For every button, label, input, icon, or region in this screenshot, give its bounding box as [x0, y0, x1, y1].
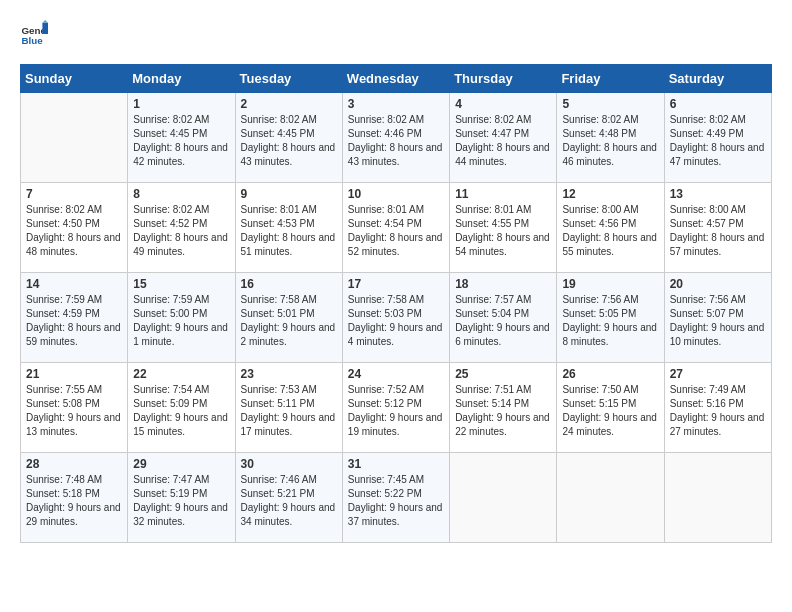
day-info: Sunrise: 7:58 AMSunset: 5:01 PMDaylight:…	[241, 293, 337, 349]
calendar-cell: 24 Sunrise: 7:52 AMSunset: 5:12 PMDaylig…	[342, 363, 449, 453]
page-header: General Blue	[20, 20, 772, 48]
calendar-cell: 23 Sunrise: 7:53 AMSunset: 5:11 PMDaylig…	[235, 363, 342, 453]
calendar-cell: 14 Sunrise: 7:59 AMSunset: 4:59 PMDaylig…	[21, 273, 128, 363]
calendar-cell: 5 Sunrise: 8:02 AMSunset: 4:48 PMDayligh…	[557, 93, 664, 183]
calendar-table: SundayMondayTuesdayWednesdayThursdayFrid…	[20, 64, 772, 543]
day-number: 31	[348, 457, 444, 471]
day-info: Sunrise: 8:02 AMSunset: 4:46 PMDaylight:…	[348, 113, 444, 169]
day-info: Sunrise: 8:02 AMSunset: 4:52 PMDaylight:…	[133, 203, 229, 259]
logo-icon: General Blue	[20, 20, 48, 48]
day-number: 13	[670, 187, 766, 201]
day-number: 30	[241, 457, 337, 471]
calendar-cell: 13 Sunrise: 8:00 AMSunset: 4:57 PMDaylig…	[664, 183, 771, 273]
day-info: Sunrise: 7:46 AMSunset: 5:21 PMDaylight:…	[241, 473, 337, 529]
day-number: 11	[455, 187, 551, 201]
calendar-cell: 21 Sunrise: 7:55 AMSunset: 5:08 PMDaylig…	[21, 363, 128, 453]
day-info: Sunrise: 8:02 AMSunset: 4:49 PMDaylight:…	[670, 113, 766, 169]
logo: General Blue	[20, 20, 52, 48]
calendar-cell: 1 Sunrise: 8:02 AMSunset: 4:45 PMDayligh…	[128, 93, 235, 183]
day-number: 17	[348, 277, 444, 291]
day-number: 26	[562, 367, 658, 381]
day-number: 25	[455, 367, 551, 381]
day-info: Sunrise: 7:49 AMSunset: 5:16 PMDaylight:…	[670, 383, 766, 439]
day-number: 5	[562, 97, 658, 111]
day-number: 7	[26, 187, 122, 201]
day-info: Sunrise: 7:57 AMSunset: 5:04 PMDaylight:…	[455, 293, 551, 349]
day-number: 20	[670, 277, 766, 291]
calendar-cell: 2 Sunrise: 8:02 AMSunset: 4:45 PMDayligh…	[235, 93, 342, 183]
calendar-cell: 15 Sunrise: 7:59 AMSunset: 5:00 PMDaylig…	[128, 273, 235, 363]
calendar-cell: 7 Sunrise: 8:02 AMSunset: 4:50 PMDayligh…	[21, 183, 128, 273]
svg-marker-2	[42, 23, 48, 34]
day-number: 18	[455, 277, 551, 291]
day-info: Sunrise: 8:01 AMSunset: 4:53 PMDaylight:…	[241, 203, 337, 259]
day-number: 16	[241, 277, 337, 291]
day-number: 19	[562, 277, 658, 291]
weekday-header-friday: Friday	[557, 65, 664, 93]
day-info: Sunrise: 7:48 AMSunset: 5:18 PMDaylight:…	[26, 473, 122, 529]
day-number: 24	[348, 367, 444, 381]
day-info: Sunrise: 8:02 AMSunset: 4:48 PMDaylight:…	[562, 113, 658, 169]
day-number: 28	[26, 457, 122, 471]
calendar-cell: 26 Sunrise: 7:50 AMSunset: 5:15 PMDaylig…	[557, 363, 664, 453]
day-info: Sunrise: 7:52 AMSunset: 5:12 PMDaylight:…	[348, 383, 444, 439]
day-number: 3	[348, 97, 444, 111]
day-number: 9	[241, 187, 337, 201]
calendar-cell: 11 Sunrise: 8:01 AMSunset: 4:55 PMDaylig…	[450, 183, 557, 273]
weekday-header-wednesday: Wednesday	[342, 65, 449, 93]
calendar-cell: 28 Sunrise: 7:48 AMSunset: 5:18 PMDaylig…	[21, 453, 128, 543]
day-number: 2	[241, 97, 337, 111]
day-info: Sunrise: 7:51 AMSunset: 5:14 PMDaylight:…	[455, 383, 551, 439]
calendar-cell	[664, 453, 771, 543]
calendar-cell: 16 Sunrise: 7:58 AMSunset: 5:01 PMDaylig…	[235, 273, 342, 363]
day-number: 4	[455, 97, 551, 111]
day-info: Sunrise: 8:00 AMSunset: 4:57 PMDaylight:…	[670, 203, 766, 259]
day-info: Sunrise: 8:02 AMSunset: 4:45 PMDaylight:…	[133, 113, 229, 169]
day-number: 1	[133, 97, 229, 111]
day-info: Sunrise: 7:59 AMSunset: 4:59 PMDaylight:…	[26, 293, 122, 349]
day-number: 6	[670, 97, 766, 111]
day-info: Sunrise: 7:45 AMSunset: 5:22 PMDaylight:…	[348, 473, 444, 529]
calendar-cell: 6 Sunrise: 8:02 AMSunset: 4:49 PMDayligh…	[664, 93, 771, 183]
day-number: 10	[348, 187, 444, 201]
calendar-cell: 18 Sunrise: 7:57 AMSunset: 5:04 PMDaylig…	[450, 273, 557, 363]
weekday-header-tuesday: Tuesday	[235, 65, 342, 93]
calendar-cell: 31 Sunrise: 7:45 AMSunset: 5:22 PMDaylig…	[342, 453, 449, 543]
calendar-cell: 22 Sunrise: 7:54 AMSunset: 5:09 PMDaylig…	[128, 363, 235, 453]
day-info: Sunrise: 7:50 AMSunset: 5:15 PMDaylight:…	[562, 383, 658, 439]
calendar-cell: 27 Sunrise: 7:49 AMSunset: 5:16 PMDaylig…	[664, 363, 771, 453]
calendar-cell: 4 Sunrise: 8:02 AMSunset: 4:47 PMDayligh…	[450, 93, 557, 183]
calendar-cell: 20 Sunrise: 7:56 AMSunset: 5:07 PMDaylig…	[664, 273, 771, 363]
calendar-cell: 10 Sunrise: 8:01 AMSunset: 4:54 PMDaylig…	[342, 183, 449, 273]
calendar-cell: 30 Sunrise: 7:46 AMSunset: 5:21 PMDaylig…	[235, 453, 342, 543]
calendar-cell: 9 Sunrise: 8:01 AMSunset: 4:53 PMDayligh…	[235, 183, 342, 273]
day-info: Sunrise: 7:53 AMSunset: 5:11 PMDaylight:…	[241, 383, 337, 439]
day-number: 8	[133, 187, 229, 201]
day-info: Sunrise: 8:02 AMSunset: 4:50 PMDaylight:…	[26, 203, 122, 259]
calendar-cell	[21, 93, 128, 183]
day-number: 15	[133, 277, 229, 291]
day-info: Sunrise: 8:01 AMSunset: 4:54 PMDaylight:…	[348, 203, 444, 259]
weekday-header-monday: Monday	[128, 65, 235, 93]
calendar-cell	[450, 453, 557, 543]
calendar-cell: 3 Sunrise: 8:02 AMSunset: 4:46 PMDayligh…	[342, 93, 449, 183]
calendar-cell: 12 Sunrise: 8:00 AMSunset: 4:56 PMDaylig…	[557, 183, 664, 273]
day-number: 27	[670, 367, 766, 381]
day-number: 23	[241, 367, 337, 381]
svg-text:Blue: Blue	[21, 35, 43, 46]
day-info: Sunrise: 7:59 AMSunset: 5:00 PMDaylight:…	[133, 293, 229, 349]
day-number: 21	[26, 367, 122, 381]
calendar-cell: 25 Sunrise: 7:51 AMSunset: 5:14 PMDaylig…	[450, 363, 557, 453]
day-number: 22	[133, 367, 229, 381]
day-info: Sunrise: 7:54 AMSunset: 5:09 PMDaylight:…	[133, 383, 229, 439]
day-number: 14	[26, 277, 122, 291]
calendar-cell: 19 Sunrise: 7:56 AMSunset: 5:05 PMDaylig…	[557, 273, 664, 363]
day-info: Sunrise: 8:01 AMSunset: 4:55 PMDaylight:…	[455, 203, 551, 259]
day-info: Sunrise: 7:56 AMSunset: 5:05 PMDaylight:…	[562, 293, 658, 349]
calendar-cell: 8 Sunrise: 8:02 AMSunset: 4:52 PMDayligh…	[128, 183, 235, 273]
calendar-cell	[557, 453, 664, 543]
day-info: Sunrise: 7:55 AMSunset: 5:08 PMDaylight:…	[26, 383, 122, 439]
svg-marker-3	[42, 20, 48, 23]
day-info: Sunrise: 8:00 AMSunset: 4:56 PMDaylight:…	[562, 203, 658, 259]
day-info: Sunrise: 8:02 AMSunset: 4:45 PMDaylight:…	[241, 113, 337, 169]
